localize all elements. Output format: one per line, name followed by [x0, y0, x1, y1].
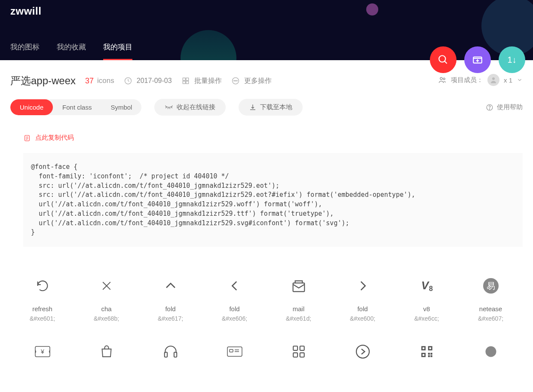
code-section: 点此复制代码 @font-face { font-family: 'iconfo…: [13, 130, 523, 247]
search-button[interactable]: [430, 46, 456, 73]
v8-icon: V8: [417, 276, 437, 296]
seg-symbol[interactable]: Symbol: [101, 99, 141, 115]
svg-point-13: [236, 80, 237, 81]
nav-tabs: 我的图标 我的收藏 我的项目: [10, 36, 132, 60]
fab-row: 1↓: [430, 46, 525, 73]
tab-my-projects[interactable]: 我的项目: [103, 36, 132, 60]
svg-line-1: [444, 61, 447, 63]
icon-name: fold: [165, 305, 175, 312]
svg-rect-56: [423, 354, 424, 356]
next-icon: [353, 342, 373, 361]
icon-name: fold: [357, 305, 368, 312]
add-folder-button[interactable]: [464, 46, 491, 73]
svg-point-46: [356, 345, 369, 358]
svg-rect-43: [300, 346, 304, 350]
svg-rect-55: [429, 347, 431, 349]
right-icon: [353, 276, 373, 296]
refresh-icon: [33, 276, 52, 296]
svg-rect-9: [186, 81, 188, 84]
svg-point-11: [233, 80, 234, 81]
svg-point-22: [489, 109, 490, 109]
help-button[interactable]: 使用帮助: [486, 103, 523, 111]
eye-closed-icon: [165, 104, 173, 110]
tab-my-icons[interactable]: 我的图标: [10, 36, 40, 60]
icon-cell-netease[interactable]: 易netease&#xe607;: [459, 268, 523, 334]
collapse-link-button[interactable]: 收起在线链接: [154, 99, 226, 116]
svg-point-57: [485, 346, 496, 357]
batch-operation-button[interactable]: 批量操作: [181, 77, 222, 86]
icon-cell-refresh[interactable]: refresh&#xe601;: [10, 268, 74, 334]
icon-name: mail: [293, 305, 305, 312]
decor-circle: [366, 3, 378, 15]
sort-button[interactable]: 1↓: [499, 46, 525, 73]
users-icon: [438, 76, 447, 84]
icon-cell-cha[interactable]: cha&#xe68b;: [74, 268, 138, 334]
svg-rect-7: [186, 78, 188, 80]
sort-icon: 1↓: [507, 55, 516, 65]
icon-cell-fold[interactable]: fold&#xe606;: [202, 268, 266, 334]
more-operation-button[interactable]: 更多操作: [231, 77, 272, 86]
icon-cell-headset[interactable]: [138, 334, 202, 374]
svg-rect-8: [183, 81, 185, 84]
icon-cell-qr[interactable]: [395, 334, 459, 374]
icon-name: refresh: [32, 305, 52, 312]
svg-line-19: [170, 107, 170, 109]
svg-rect-54: [423, 347, 424, 349]
icon-cell-next[interactable]: [331, 334, 395, 374]
icon-name: netease: [479, 305, 502, 312]
chevron-down-icon: [517, 77, 523, 83]
left-icon: [225, 276, 245, 296]
download-button[interactable]: 下载至本地: [239, 99, 303, 116]
project-members[interactable]: 项目成员： x 1: [438, 74, 523, 86]
mail-icon: [289, 276, 309, 296]
icon-cell-card[interactable]: [202, 334, 266, 374]
svg-rect-52: [428, 355, 429, 357]
icon-code: &#xe607;: [478, 315, 503, 322]
svg-rect-42: [293, 346, 297, 350]
svg-rect-45: [300, 353, 304, 357]
members-count: x 1: [504, 77, 512, 84]
tab-my-favorites[interactable]: 我的收藏: [57, 36, 86, 60]
svg-point-14: [440, 77, 442, 80]
icon-name: v8: [423, 305, 430, 312]
icon-cell-dot[interactable]: [459, 334, 523, 374]
avatar: [487, 74, 499, 86]
icon-cell-grid[interactable]: [266, 334, 331, 374]
copy-code-button[interactable]: 点此复制代码: [13, 130, 523, 145]
svg-line-18: [168, 107, 168, 109]
icon-grid: refresh&#xe601;cha&#xe68b;fold&#xe617;fo…: [10, 268, 523, 374]
svg-text:¥: ¥: [40, 348, 44, 355]
person-icon: [490, 76, 497, 84]
icon-cell-fold[interactable]: fold&#xe617;: [138, 268, 202, 334]
svg-rect-37: [174, 352, 176, 357]
icon-code: &#xe617;: [158, 315, 183, 322]
icon-name: cha: [101, 305, 111, 312]
icon-code: &#xe68b;: [94, 315, 119, 322]
svg-rect-36: [164, 352, 167, 357]
seg-fontclass[interactable]: Font class: [53, 99, 101, 115]
format-segmented: Unicode Font class Symbol: [10, 99, 141, 115]
icon-code: &#xe601;: [30, 315, 55, 322]
up-icon: [161, 276, 181, 296]
svg-text:8: 8: [429, 285, 433, 292]
svg-rect-29: [293, 283, 304, 291]
grid-icon: [289, 342, 309, 361]
members-label: 项目成员：: [451, 76, 483, 84]
help-icon: [486, 104, 493, 111]
icon-cell-ticket[interactable]: ¥: [10, 334, 74, 374]
svg-rect-6: [183, 78, 185, 80]
icon-count-label: icons: [97, 77, 114, 85]
icon-cell-v8[interactable]: V8v8&#xe6cc;: [395, 268, 459, 334]
decor-circle: [181, 30, 236, 60]
icon-code: &#xe61d;: [286, 315, 311, 322]
seg-unicode[interactable]: Unicode: [10, 99, 53, 115]
batch-icon: [181, 77, 190, 85]
icon-cell-bag[interactable]: [74, 334, 138, 374]
svg-rect-50: [428, 353, 429, 355]
logo: zwwill: [10, 5, 41, 17]
icon-cell-fold[interactable]: fold&#xe600;: [331, 268, 395, 334]
svg-point-0: [439, 55, 445, 62]
qr-icon: [417, 342, 437, 361]
code-content[interactable]: @font-face { font-family: 'iconfont'; /*…: [23, 153, 523, 247]
icon-cell-mail[interactable]: mail&#xe61d;: [266, 268, 331, 334]
